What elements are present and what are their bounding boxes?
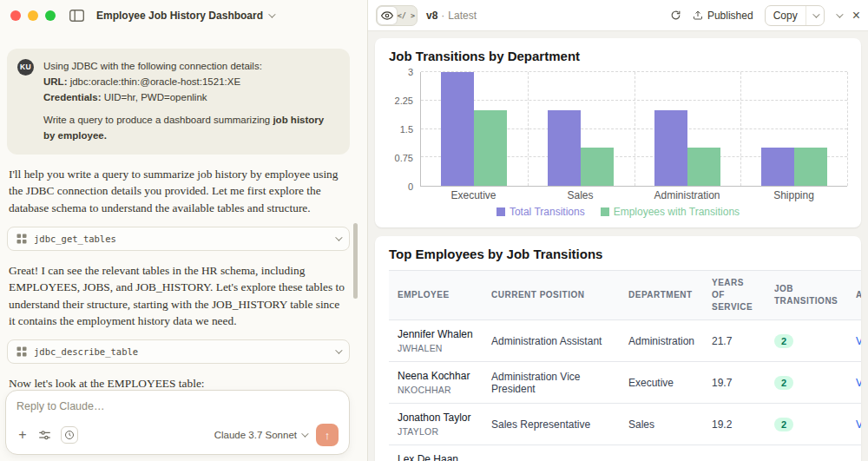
cell-employee: Lex De Haan xyxy=(389,445,483,461)
close-artifact-icon[interactable]: × xyxy=(852,9,860,23)
y-axis-tick: 0.75 xyxy=(395,153,413,163)
bar-shipping-series-0 xyxy=(761,148,794,186)
table-header-row: EMPLOYEECURRENT POSITIONDEPARTMENTYEARS … xyxy=(389,271,861,320)
user-message-credentials-line: Credentials: UID=hr, PWD=openlink xyxy=(43,90,338,106)
composer-input[interactable]: Reply to Claude… xyxy=(16,400,339,412)
bar-administration-series-0 xyxy=(654,110,687,186)
tool-call-chip-get-tables[interactable]: jdbc_get_tables xyxy=(7,227,350,251)
user-message-intro: Using JDBC with the following connection… xyxy=(43,59,338,75)
version-number: v8 xyxy=(426,10,437,22)
cell-transitions xyxy=(766,445,847,461)
transitions-badge: 2 xyxy=(774,376,793,390)
cell-position xyxy=(483,445,620,461)
send-arrow-icon: ↑ xyxy=(325,429,331,442)
copy-split-button: Copy xyxy=(765,5,825,26)
chevron-down-icon xyxy=(268,10,275,17)
tool-call-chip-describe-table-1[interactable]: jdbc_describe_table xyxy=(7,339,350,364)
chevron-down-icon xyxy=(301,430,308,437)
more-options-chevron[interactable] xyxy=(836,13,841,18)
transitions-badge: 2 xyxy=(774,334,793,348)
request-text: Write a query to produce a dashboard sum… xyxy=(43,115,273,125)
code-toggle[interactable]: </ > xyxy=(397,7,416,24)
cell-years: 19.7 xyxy=(703,362,766,404)
x-axis-label: Administration xyxy=(634,189,740,201)
tool-icon xyxy=(16,346,27,357)
legend-label: Total Transitions xyxy=(510,206,585,218)
artifact-body: Job Transitions by Department 00.751.52.… xyxy=(368,31,868,461)
copy-dropdown-button[interactable] xyxy=(806,6,824,25)
preview-code-toggle: </ > xyxy=(376,5,418,26)
view-link[interactable]: V xyxy=(856,377,861,389)
traffic-light-minimize[interactable] xyxy=(28,10,38,21)
y-axis-tick: 1.5 xyxy=(400,124,413,135)
publish-share-icon xyxy=(693,10,703,21)
employees-table-wrap[interactable]: EMPLOYEECURRENT POSITIONDEPARTMENTYEARS … xyxy=(389,270,861,461)
send-button[interactable]: ↑ xyxy=(316,424,339,446)
copy-button[interactable]: Copy xyxy=(766,10,806,22)
cell-employee: Neena KochharNKOCHHAR xyxy=(389,362,483,404)
column-header: DEPARTMENT xyxy=(620,271,703,320)
employee-name: Jennifer Whalen xyxy=(398,328,474,340)
assistant-paragraph: Great! I can see the relevant tables in … xyxy=(9,262,348,329)
version-separator: · xyxy=(441,10,444,22)
artifact-header-actions: Published Copy × xyxy=(670,5,860,26)
conversation-title-menu[interactable]: Employee Job History Dashboard xyxy=(96,10,273,22)
chart-plot xyxy=(420,72,847,187)
chevron-down-icon xyxy=(335,234,342,240)
model-selector[interactable]: Claude 3.7 Sonnet xyxy=(214,430,306,440)
cell-years xyxy=(703,445,766,461)
transitions-badge: 2 xyxy=(774,418,793,431)
cell-action: V xyxy=(847,404,861,445)
published-label: Published xyxy=(707,10,753,22)
cell-action: V xyxy=(847,320,861,362)
view-link[interactable]: V xyxy=(856,335,861,347)
user-message: KU Using JDBC with the following connect… xyxy=(7,49,350,155)
bar-sales-series-1 xyxy=(581,148,614,186)
window-titlebar: Employee Job History Dashboard xyxy=(0,0,367,31)
history-clock-icon[interactable] xyxy=(61,426,78,444)
bar-chart: 00.751.52.253 xyxy=(389,72,847,187)
traffic-light-zoom[interactable] xyxy=(45,10,56,21)
cell-department xyxy=(620,445,703,461)
published-button[interactable]: Published xyxy=(693,10,753,22)
tool-call-label: jdbc_get_tables xyxy=(34,234,328,244)
cell-employee: Jennifer WhalenJWHALEN xyxy=(389,320,483,362)
artifact-header: </ > v8 · Latest Published Copy xyxy=(368,0,868,31)
gridline-vertical xyxy=(740,72,741,186)
table-row: Neena KochharNKOCHHARAdministration Vice… xyxy=(389,362,861,404)
bar-administration-series-1 xyxy=(687,148,720,186)
employee-code: JWHALEN xyxy=(398,343,474,353)
credentials-value: UID=hr, PWD=openlink xyxy=(101,92,207,102)
bar-executive-series-0 xyxy=(441,72,474,186)
url-value: jdbc:oracle:thin:@oracle-host:1521:XE xyxy=(67,76,240,87)
refresh-icon[interactable] xyxy=(670,10,681,21)
gridline-vertical xyxy=(847,72,848,186)
legend-swatch-icon xyxy=(601,207,609,216)
y-axis-tick: 2.25 xyxy=(395,95,413,106)
column-header: JOB TRANSITIONS xyxy=(766,271,847,320)
legend-label: Employees with Transitions xyxy=(614,206,740,218)
version-label[interactable]: v8 · Latest xyxy=(426,10,477,22)
composer-toolbar: + Claude 3.7 Sonnet ↑ xyxy=(16,424,339,446)
traffic-light-close[interactable] xyxy=(10,10,21,21)
cell-years: 21.7 xyxy=(703,320,766,362)
chevron-down-icon xyxy=(812,10,819,17)
chat-scrollbar[interactable] xyxy=(353,223,358,299)
model-name: Claude 3.7 Sonnet xyxy=(214,430,297,440)
column-header: YEARS OF SERVICE xyxy=(703,271,766,320)
bar-sales-series-0 xyxy=(548,110,581,186)
chart-legend: Total TransitionsEmployees with Transiti… xyxy=(389,205,847,219)
tools-sliders-icon[interactable] xyxy=(38,430,51,441)
employee-name: Lex De Haan xyxy=(398,453,474,461)
user-message-body: Using JDBC with the following connection… xyxy=(43,59,338,144)
sidebar-toggle-icon[interactable] xyxy=(69,10,84,22)
cell-transitions: 2 xyxy=(766,404,847,445)
conversation-title: Employee Job History Dashboard xyxy=(96,10,263,22)
view-link[interactable]: V xyxy=(856,418,861,431)
attach-plus-button[interactable]: + xyxy=(16,428,29,442)
employee-name: Neena Kochhar xyxy=(398,370,474,382)
chart-x-axis: ExecutiveSalesAdministrationShipping xyxy=(389,187,847,202)
column-header: CURRENT POSITION xyxy=(483,271,620,320)
chart-title: Job Transitions by Department xyxy=(389,49,847,63)
preview-eye-toggle[interactable] xyxy=(378,7,397,24)
